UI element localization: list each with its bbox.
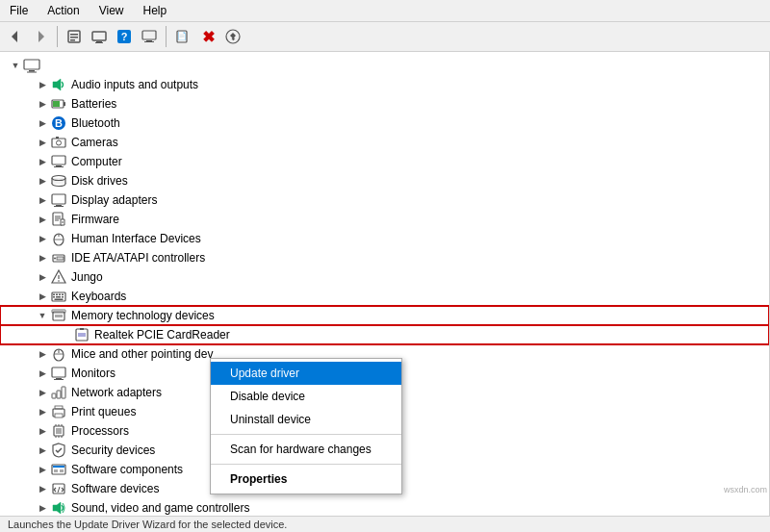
mice-icon <box>50 345 67 363</box>
status-bar: Launches the Update Driver Wizard for th… <box>0 516 770 532</box>
disk-icon <box>50 172 67 190</box>
ide-label: IDE ATA/ATAPI controllers <box>71 251 205 265</box>
svg-rect-31 <box>56 137 59 139</box>
svg-rect-60 <box>56 294 58 296</box>
svg-rect-29 <box>52 139 65 147</box>
context-disable-device[interactable]: Disable device <box>211 385 401 408</box>
processors-label: Processors <box>71 424 129 438</box>
tree-item-bluetooth[interactable]: ▶ B Bluetooth <box>0 114 769 133</box>
toolbar-help[interactable]: ? <box>113 25 136 48</box>
cameras-icon <box>50 134 67 151</box>
svg-rect-26 <box>53 101 60 107</box>
cameras-label: Cameras <box>71 136 118 149</box>
toolbar-device-manager[interactable] <box>88 25 111 48</box>
context-properties[interactable]: Properties <box>211 468 401 491</box>
keyboards-label: Keyboards <box>71 290 126 303</box>
keyboards-icon <box>50 288 67 305</box>
context-scan-hardware[interactable]: Scan for hardware changes <box>211 438 401 461</box>
print-icon <box>50 403 67 420</box>
sw-dev-icon <box>50 480 67 497</box>
tree-item-realtek[interactable]: Realtek PCIE CardReader <box>0 325 769 344</box>
context-update-driver[interactable]: Update driver <box>211 362 401 385</box>
sound-icon <box>50 499 67 516</box>
toolbar-sep2 <box>166 26 167 47</box>
realtek-expand <box>65 327 73 342</box>
svg-rect-22 <box>27 72 37 73</box>
tree-item-audio[interactable]: ▶ Audio inputs and outputs <box>0 75 769 94</box>
keyboards-expand: ▶ <box>35 289 50 304</box>
memory-icon <box>50 307 67 324</box>
svg-rect-76 <box>52 367 65 377</box>
sw-comp-label: Software components <box>71 463 183 476</box>
svg-rect-63 <box>53 296 55 298</box>
hid-label: Human Interface Devices <box>71 232 201 245</box>
svg-rect-64 <box>56 296 61 298</box>
menu-help[interactable]: Help <box>138 2 173 19</box>
ide-icon <box>50 249 67 266</box>
toolbar-install[interactable]: ⬇ <box>221 25 244 48</box>
svg-point-53 <box>54 258 56 260</box>
svg-rect-80 <box>57 391 61 398</box>
computer-icon <box>50 153 67 170</box>
svg-rect-33 <box>56 165 62 166</box>
realtek-label: Realtek PCIE CardReader <box>94 328 230 342</box>
tree-item-firmware[interactable]: ▶ Firmware <box>0 210 769 229</box>
svg-rect-59 <box>53 294 55 296</box>
security-icon <box>50 442 67 459</box>
svg-rect-41 <box>56 205 62 206</box>
network-label: Network adapters <box>71 386 162 399</box>
memory-label: Memory technology devices <box>71 309 215 322</box>
tree-item-computer[interactable]: ▶ Computer <box>0 152 769 171</box>
tree-item-ide[interactable]: ▶ IDE ATA/ATAPI controllers <box>0 248 769 267</box>
svg-rect-71 <box>78 333 86 337</box>
context-uninstall-device[interactable]: Uninstall device <box>211 408 401 431</box>
tree-item-disk[interactable]: ▶ Disk drives <box>0 171 769 190</box>
tree-item-display[interactable]: ▶ Display adapters <box>0 190 769 210</box>
tree-item-batteries[interactable]: ▶ Batteries <box>0 94 769 114</box>
tree-item-keyboards[interactable]: ▶ Keyboards <box>0 287 769 306</box>
svg-marker-0 <box>12 31 17 42</box>
menu-action[interactable]: Action <box>41 2 85 19</box>
bluetooth-icon: B <box>50 114 67 132</box>
svg-point-30 <box>57 140 62 145</box>
firmware-expand: ▶ <box>35 212 50 227</box>
toolbar-forward[interactable] <box>29 25 52 48</box>
toolbar-computer[interactable] <box>138 25 161 48</box>
tree-item-memory[interactable]: ▼ Memory technology devices <box>0 306 769 325</box>
sw-dev-expand: ▶ <box>35 481 50 496</box>
mice-label: Mice and other pointing dev <box>71 347 213 361</box>
context-sep1 <box>211 434 401 435</box>
toolbar-back[interactable] <box>4 25 27 48</box>
svg-rect-68 <box>55 315 63 317</box>
tree-item-sound[interactable]: ▶ Sound, video and game controllers <box>0 498 769 516</box>
svg-rect-4 <box>70 37 78 38</box>
menu-file[interactable]: File <box>4 2 34 19</box>
svg-rect-20 <box>24 60 39 69</box>
svg-text:?: ? <box>121 31 128 42</box>
toolbar-update-driver[interactable]: 📄 <box>171 25 194 48</box>
memory-expand: ▼ <box>35 308 50 323</box>
firmware-icon <box>50 211 67 228</box>
tree-item-jungo[interactable]: ▶ Jungo <box>0 267 769 287</box>
toolbar-remove[interactable]: ✖ <box>196 25 219 48</box>
jungo-icon <box>50 268 67 286</box>
root-icon <box>23 57 40 74</box>
security-expand: ▶ <box>35 443 50 458</box>
monitors-label: Monitors <box>71 367 116 380</box>
tree-item-cameras[interactable]: ▶ Cameras <box>0 133 769 152</box>
batteries-expand: ▶ <box>35 96 50 112</box>
toolbar-properties[interactable] <box>63 25 86 48</box>
display-label: Display adapters <box>71 193 157 207</box>
svg-marker-1 <box>38 31 44 42</box>
monitors-icon <box>50 365 67 382</box>
menu-view[interactable]: View <box>93 2 130 19</box>
main-content: ▼ ▶ Audio inputs and outputs <box>0 52 770 516</box>
tree-root[interactable]: ▼ <box>0 56 769 75</box>
device-tree[interactable]: ▼ ▶ Audio inputs and outputs <box>0 52 770 516</box>
processors-icon <box>50 422 67 440</box>
sound-expand: ▶ <box>35 500 50 516</box>
svg-rect-25 <box>64 102 65 106</box>
tree-item-hid[interactable]: ▶ Human Interface Devices <box>0 229 769 248</box>
mice-expand: ▶ <box>35 346 50 362</box>
audio-label: Audio inputs and outputs <box>71 78 198 91</box>
